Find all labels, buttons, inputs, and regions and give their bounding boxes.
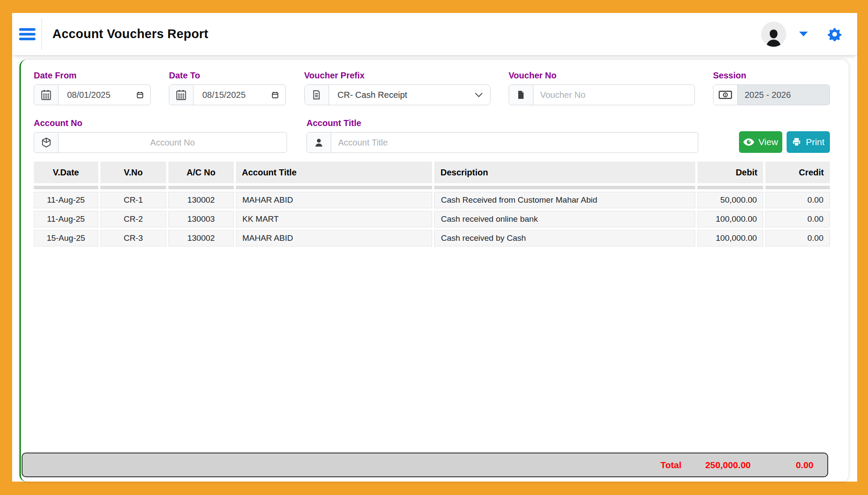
header-actions (761, 22, 857, 47)
date-to-input-group: 08/15/2025 (169, 84, 286, 105)
session-input-group: 2025 - 2026 (713, 84, 830, 105)
totals-bar: Total 250,000.00 0.00 (22, 453, 828, 477)
settings-button[interactable] (828, 27, 842, 41)
cell-acno: 130003 (168, 211, 234, 227)
account-title-label: Account Title (307, 118, 698, 128)
column-header-vdate: V.Date (34, 162, 98, 183)
column-header-account-title: Account Title (236, 162, 432, 183)
voucher-no-input-group (509, 84, 695, 105)
session-label: Session (713, 71, 830, 81)
date-picker-icon[interactable] (136, 91, 144, 99)
session-value: 2025 - 2026 (738, 85, 829, 105)
hamburger-bar (19, 28, 35, 31)
session-group: Session 2025 - 2026 (713, 71, 830, 105)
action-buttons: View Print (739, 131, 830, 153)
calendar-icon (169, 85, 194, 105)
cell-vno: CR-2 (100, 211, 167, 227)
user-avatar[interactable] (761, 22, 786, 47)
page-frame: Account Vouchers Report (0, 0, 868, 495)
date-from-field[interactable]: 08/01/2025 (58, 85, 150, 105)
column-header-debit: Debit (697, 162, 764, 183)
date-from-input-group: 08/01/2025 (34, 84, 151, 105)
date-to-field[interactable]: 08/15/2025 (194, 85, 285, 105)
date-to-group: Date To 08/15/2025 (169, 71, 286, 105)
column-header-acno: A/C No (168, 162, 234, 183)
app-window: Account Vouchers Report (12, 13, 857, 482)
account-no-input[interactable] (58, 133, 287, 152)
file-text-icon (305, 85, 329, 105)
cell-debit: 100,000.00 (697, 211, 764, 227)
page-title: Account Vouchers Report (52, 27, 208, 41)
chevron-down-icon (474, 92, 483, 97)
cell-vno: CR-3 (100, 230, 167, 246)
date-to-value: 08/15/2025 (202, 90, 245, 100)
cell-debit: 50,000.00 (697, 192, 764, 208)
date-picker-icon[interactable] (271, 91, 279, 99)
date-to-label: Date To (169, 71, 286, 81)
date-from-label: Date From (34, 71, 151, 81)
cell-account-title: MAHAR ABID (236, 230, 432, 246)
voucher-no-input[interactable] (533, 85, 694, 105)
table-row: 11-Aug-25 CR-1 130002 MAHAR ABID Cash Re… (34, 192, 830, 208)
total-credit: 0.00 (751, 460, 813, 470)
column-header-credit: Credit (765, 162, 830, 183)
cell-vdate: 11-Aug-25 (34, 211, 98, 227)
cell-account-title: KK MART (236, 211, 432, 227)
report-card: Date From 08/01/2025 Date To (19, 60, 849, 482)
print-button-label: Print (806, 137, 824, 147)
voucher-prefix-label: Voucher Prefix (304, 71, 490, 81)
file-icon (509, 85, 533, 105)
account-no-group: Account No (34, 118, 287, 153)
view-button[interactable]: View (739, 131, 782, 153)
column-header-description: Description (434, 162, 695, 183)
banknote-icon (713, 85, 738, 105)
cell-account-title: MAHAR ABID (236, 192, 432, 208)
account-title-input-group (307, 132, 698, 153)
table-spacer-row (34, 186, 830, 189)
calendar-icon (34, 85, 58, 105)
voucher-no-label: Voucher No (509, 71, 695, 81)
person-icon (307, 133, 331, 152)
date-from-group: Date From 08/01/2025 (34, 71, 151, 105)
cell-vno: CR-1 (100, 192, 167, 208)
cell-description: Cash Received from Customer Mahar Abid (434, 192, 695, 208)
eye-icon (743, 138, 754, 146)
print-button[interactable]: Print (787, 131, 830, 153)
cell-credit: 0.00 (765, 192, 830, 208)
cell-vdate: 11-Aug-25 (34, 192, 98, 208)
header-divider (42, 18, 42, 50)
cell-debit: 100,000.00 (697, 230, 764, 246)
printer-icon (792, 137, 801, 147)
voucher-prefix-group: Voucher Prefix CR- Cash Receipt (304, 71, 490, 105)
table-row: 15-Aug-25 CR-3 130002 MAHAR ABID Cash re… (34, 230, 830, 246)
hamburger-bar (19, 38, 35, 40)
filter-row-1: Date From 08/01/2025 Date To (34, 71, 830, 105)
cell-acno: 130002 (168, 192, 234, 208)
column-header-vno: V.No (100, 162, 167, 183)
cell-description: Cash received by Cash (434, 230, 695, 246)
cube-icon (34, 133, 58, 152)
caret-down-icon[interactable] (799, 32, 808, 36)
voucher-prefix-input-group: CR- Cash Receipt (304, 84, 490, 105)
voucher-prefix-select[interactable]: CR- Cash Receipt (329, 85, 490, 105)
account-no-input-group (34, 132, 287, 153)
cell-credit: 0.00 (765, 211, 830, 227)
table-header-row: V.Date V.No A/C No Account Title Descrip… (34, 162, 830, 183)
gear-icon (828, 27, 842, 41)
total-label: Total (660, 460, 681, 470)
table-row: 11-Aug-25 CR-2 130003 KK MART Cash recei… (34, 211, 830, 227)
voucher-no-group: Voucher No (509, 71, 695, 105)
top-bar: Account Vouchers Report (12, 13, 857, 55)
view-button-label: View (758, 137, 778, 147)
cell-acno: 130002 (168, 230, 234, 246)
total-debit: 250,000.00 (681, 460, 751, 470)
vouchers-table: V.Date V.No A/C No Account Title Descrip… (32, 159, 832, 249)
filter-row-2: Account No Account Title (34, 118, 830, 153)
hamburger-bar (19, 33, 35, 36)
account-title-input[interactable] (331, 133, 698, 152)
hamburger-menu-icon[interactable] (19, 26, 35, 42)
cell-description: Cash received online bank (434, 211, 695, 227)
account-no-label: Account No (34, 118, 287, 128)
voucher-prefix-selected: CR- Cash Receipt (338, 90, 407, 100)
user-avatar-icon (764, 27, 784, 47)
